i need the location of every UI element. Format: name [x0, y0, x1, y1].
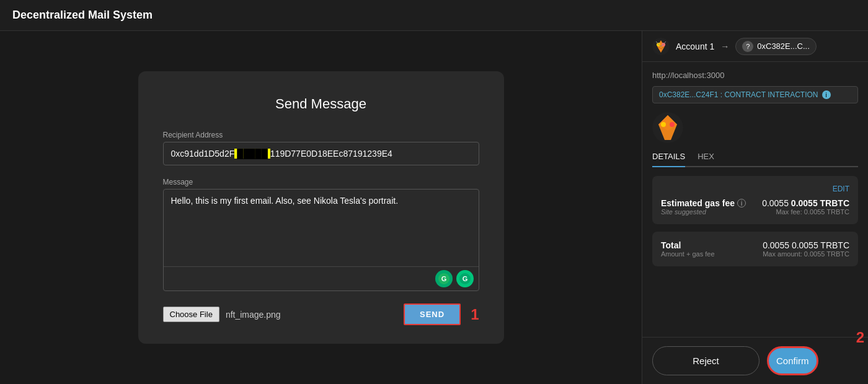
gas-fee-header: EDIT — [661, 185, 849, 193]
site-url: http://localhost:3000 — [652, 71, 858, 80]
total-sublabel: Amount + gas fee — [661, 250, 715, 258]
metamask-header: Account 1 → ? 0xC382E...C... — [642, 31, 868, 62]
reject-button[interactable]: Reject — [652, 346, 760, 375]
recipient-suffix: 119D77E0D18EEc87191239E4 — [270, 149, 392, 159]
recipient-address-display: 0xc91dd1D5d2F█████119D77E0D18EEc87191239… — [163, 142, 479, 165]
recipient-label: Recipient Address — [163, 131, 479, 139]
send-button[interactable]: SEND — [404, 303, 461, 325]
action-buttons: Reject Confirm 2 — [642, 337, 868, 384]
gas-fee-left: Estimated gas fee i Site suggested — [661, 198, 746, 216]
total-left: Total Amount + gas fee — [661, 240, 715, 258]
total-card: Total Amount + gas fee 0.0055 0.0055 TRB… — [652, 232, 858, 266]
grammarly-icon-2: G — [456, 270, 474, 287]
message-group: Message Hello, this is my first email. A… — [163, 178, 479, 291]
gas-fee-row: Estimated gas fee i Site suggested 0.005… — [661, 198, 849, 216]
svg-point-5 — [657, 43, 660, 46]
metamask-body: http://localhost:3000 0xC382E...C24F1 : … — [642, 62, 868, 337]
recipient-prefix: 0xc91dd1D5d2F — [171, 149, 235, 159]
grammarly-footer: G G — [164, 266, 479, 290]
gas-amount: 0.0055 0.0055 TRBTC — [762, 198, 849, 208]
gas-fee-sublabel: Site suggested — [661, 208, 746, 216]
gas-max-fee: Max fee: 0.0055 TRBTC — [776, 208, 849, 216]
file-name-display: nft_image.png — [226, 310, 281, 320]
send-group: SEND 1 — [404, 303, 479, 325]
recipient-group: Recipient Address 0xc91dd1D5d2F█████119D… — [163, 131, 479, 165]
confirm-button[interactable]: Confirm — [767, 346, 818, 375]
account-name: Account 1 — [676, 41, 714, 51]
grammarly-icons: G G — [435, 270, 474, 287]
main-content: Send Message Recipient Address 0xc91dd1D… — [0, 31, 868, 384]
svg-point-8 — [661, 122, 666, 127]
gas-fee-info-icon[interactable]: i — [737, 199, 746, 207]
message-input[interactable]: Hello, this is my first email. Also, see… — [164, 190, 479, 264]
gas-fee-card: EDIT Estimated gas fee i Site suggested … — [652, 176, 858, 224]
svg-point-9 — [670, 122, 675, 127]
total-row: Total Amount + gas fee 0.0055 0.0055 TRB… — [661, 240, 849, 258]
app-header: Decentralized Mail System — [0, 0, 868, 31]
annotation-2: 2 — [856, 329, 864, 346]
total-label: Total — [661, 240, 715, 250]
svg-text:G: G — [462, 275, 467, 282]
send-message-title: Send Message — [163, 96, 479, 112]
contract-badge: 0xC382E...C24F1 : CONTRACT INTERACTION i — [652, 86, 858, 103]
file-send-row: Choose File nft_image.png SEND 1 — [163, 303, 479, 325]
file-input-group: Choose File nft_image.png — [163, 307, 281, 322]
confirm-wrapper: Confirm 2 — [767, 346, 858, 375]
send-message-card: Send Message Recipient Address 0xc91dd1D… — [138, 71, 504, 344]
total-max-amount: Max amount: 0.0055 TRBTC — [763, 250, 849, 258]
recipient-highlight: █████ — [234, 149, 270, 159]
account-avatar — [652, 112, 683, 143]
message-textarea-wrapper: Hello, this is my first email. Also, see… — [163, 189, 479, 291]
total-amount: 0.0055 0.0055 TRBTC — [763, 240, 849, 250]
address-short: 0xC382E...C... — [757, 41, 810, 51]
contract-info-icon[interactable]: i — [822, 90, 831, 99]
annotation-1: 1 — [471, 306, 479, 323]
tab-details[interactable]: DETAILS — [652, 152, 685, 167]
gas-fee-right: 0.0055 0.0055 TRBTC Max fee: 0.0055 TRBT… — [762, 198, 849, 216]
edit-link[interactable]: EDIT — [833, 185, 849, 193]
arrow-right-icon: → — [720, 41, 729, 51]
metamask-panel: Account 1 → ? 0xC382E...C... http://loca… — [642, 31, 868, 384]
question-icon: ? — [742, 41, 753, 52]
metamask-logo — [652, 38, 670, 55]
gas-fee-label: Estimated gas fee i — [661, 198, 746, 208]
message-label: Message — [163, 178, 479, 186]
address-badge: ? 0xC382E...C... — [735, 38, 817, 55]
grammarly-icon-1: G — [435, 270, 453, 287]
contract-text: 0xC382E...C24F1 : CONTRACT INTERACTION — [659, 90, 818, 99]
total-right: 0.0055 0.0055 TRBTC Max amount: 0.0055 T… — [763, 240, 849, 258]
tabs-row: DETAILS HEX — [652, 152, 858, 167]
tab-hex[interactable]: HEX — [698, 152, 714, 167]
choose-file-button[interactable]: Choose File — [163, 307, 219, 322]
left-panel: Send Message Recipient Address 0xc91dd1D… — [0, 31, 642, 384]
app-title: Decentralized Mail System — [12, 9, 153, 22]
svg-point-6 — [662, 43, 665, 46]
svg-text:G: G — [441, 275, 446, 282]
